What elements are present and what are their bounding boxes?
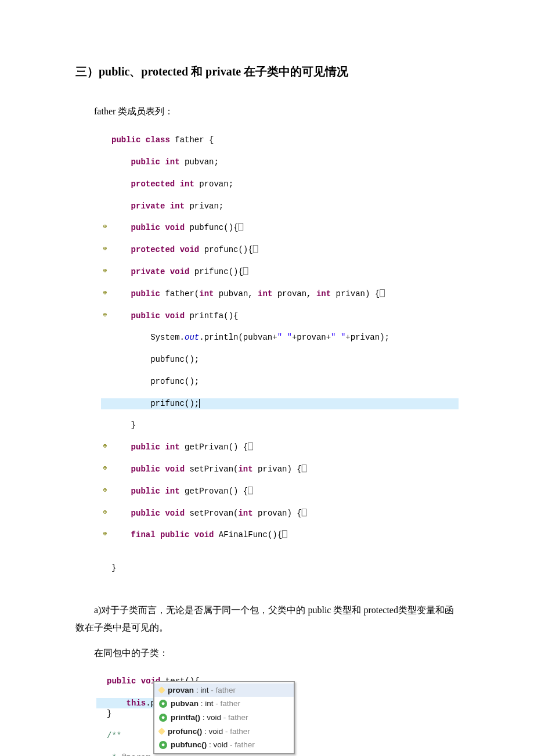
fold-icon: ⊖ [101, 311, 109, 319]
method-protected-icon [158, 728, 165, 735]
autocomplete-popup[interactable]: provan : int - father ● pubvan : int - f… [153, 681, 295, 754]
ac-item-provan[interactable]: provan : int - father [154, 683, 294, 697]
ac-src: - father [214, 699, 241, 708]
fold-icon: ⊕ [101, 244, 109, 253]
ac-item-pubfunc[interactable]: ● pubfunc() : void - father [154, 738, 294, 752]
fold-icon: ⊕ [101, 508, 109, 517]
ac-src: - father [221, 713, 248, 722]
method-public-icon: ● [159, 741, 167, 749]
ac-src: - father [228, 740, 255, 749]
ac-item-profunc[interactable]: profunc() : void - father [154, 725, 294, 739]
fold-icon: ⊕ [101, 464, 109, 473]
ac-sig: : int [194, 686, 209, 694]
fold-icon: ⊕ [101, 289, 109, 297]
ac-item-pubvan[interactable]: ● pubvan : int - father [154, 697, 294, 711]
ac-item-printfa[interactable]: ● printfa() : void - father [154, 711, 294, 725]
ac-sig: : int [199, 699, 214, 708]
fold-icon: ⊕ [101, 530, 109, 538]
fold-icon: ⊕ [101, 267, 109, 275]
ac-name: printfa() [171, 713, 200, 722]
ac-src: - father [223, 727, 250, 736]
field-public-icon: ● [159, 700, 167, 708]
ac-name: provan [168, 686, 194, 694]
paragraph-a: a)对于子类而言，无论是否属于同一个包，父类中的 public 类型和 prot… [75, 602, 459, 637]
fold-icon: ⊕ [101, 486, 109, 495]
fold-icon: ⊕ [101, 222, 109, 231]
ac-name: pubvan [171, 699, 199, 708]
caption-same-package: 在同包中的子类： [75, 645, 459, 662]
section-heading: 三）public、protected 和 private 在子类中的可见情况 [75, 64, 459, 80]
fold-icon: ⊕ [101, 442, 109, 451]
field-protected-icon [158, 686, 165, 694]
ac-src: - father [209, 686, 236, 694]
father-code-block: public class father { public int pubvan;… [101, 124, 459, 595]
ac-sig: : void [202, 727, 223, 736]
ac-name: pubfunc() [171, 740, 207, 749]
ac-sig: : void [200, 713, 221, 722]
ac-sig: : void [207, 740, 228, 749]
method-public-icon: ● [159, 714, 167, 722]
father-intro: father 类成员表列： [75, 103, 459, 120]
ac-name: profunc() [168, 727, 202, 736]
